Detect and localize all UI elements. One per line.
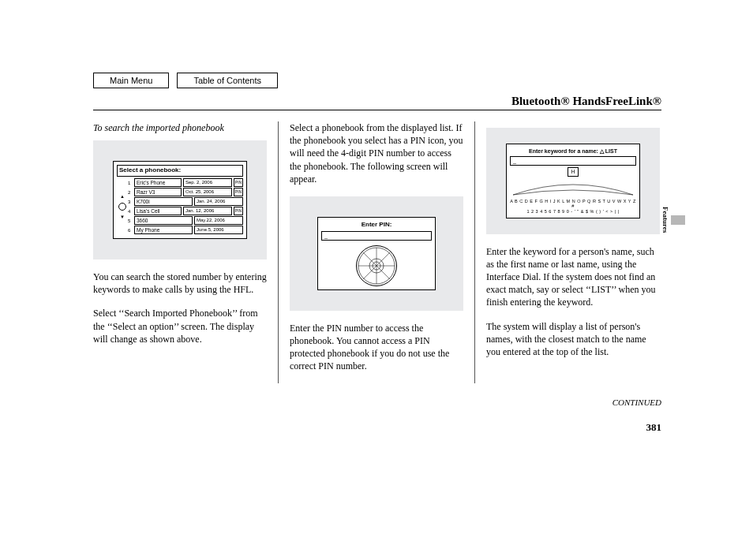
keyword-arc-letters: A B C D E F G H I J K L M N O P Q R S T … [510, 199, 636, 209]
page-title: Bluetooth® HandsFreeLink® [93, 95, 661, 110]
keyword-arc-symbols: 1 2 3 4 5 6 7 8 9 0 - ' " & $ % ( ) ' < … [510, 209, 636, 215]
phonebook-row-name: My Phone [134, 226, 193, 234]
phonebook-row: 1Eric's PhoneSep. 2, 2006PIN [128, 178, 243, 188]
phonebook-row-name: K700i [134, 197, 193, 206]
col3-p1: Enter the keyword for a person's name, s… [486, 245, 660, 309]
col2-screenshot: Enter PIN: _ [290, 196, 463, 311]
phonebook-row-date: Jan. 24, 2006 [194, 197, 243, 206]
phonebook-row-date: June.5, 2006 [194, 226, 243, 234]
page-number: 381 [93, 421, 661, 434]
keyword-arc-icon [510, 179, 636, 196]
section-tab-marker [671, 215, 685, 225]
phonebook-row-date: May.22, 2006 [194, 216, 243, 225]
keyword-label: Enter keyword for a name: △ LIST [510, 147, 636, 155]
pin-dial-icon [356, 245, 397, 286]
pin-field: _ [321, 231, 432, 241]
section-tab-label: Features [661, 207, 669, 233]
toc-button[interactable]: Table of Contents [177, 73, 278, 88]
keyword-field: _ [510, 156, 636, 166]
continued-label: CONTINUED [93, 398, 661, 407]
pin-label: Enter PIN: [321, 221, 432, 230]
column-1: To search the imported phonebook Select … [93, 121, 278, 383]
phonebook-row-num: 3 [128, 199, 134, 205]
phonebook-row: 53660May.22, 2006 [128, 216, 243, 226]
col2-p2: Enter the PIN number to access the phone… [290, 322, 463, 373]
col2-p1: Select a phonebook from the displayed li… [290, 121, 463, 185]
col3-screenshot: Enter keyword for a name: △ LIST _ H A B… [486, 128, 660, 234]
phonebook-heading: Select a phonebook: [117, 165, 243, 177]
phonebook-row-num: 1 [128, 180, 134, 186]
phonebook-row: 3K700iJan. 24, 2006 [128, 197, 243, 207]
column-3: Enter keyword for a name: △ LIST _ H A B… [474, 121, 660, 383]
phonebook-row: 2Razr V3Oct. 25, 2006PIN [128, 188, 243, 197]
phonebook-row-name: Eric's Phone [134, 178, 182, 187]
col1-screenshot: Select a phonebook: ▲ ▼ 1Eric's PhoneSep… [93, 140, 267, 259]
col1-p1: You can search the stored number by ente… [93, 271, 267, 296]
main-menu-button[interactable]: Main Menu [93, 73, 169, 88]
pin-icon: PIN [234, 188, 243, 196]
column-2: Select a phonebook from the displayed li… [278, 121, 474, 383]
phonebook-row-date: Jan. 12, 2006 [183, 207, 232, 215]
keyword-selected-letter: H [568, 167, 579, 177]
return-icon [118, 203, 126, 211]
phonebook-row-name: Lisa's Cell [134, 207, 182, 215]
pin-icon: PIN [234, 178, 243, 187]
phonebook-row-name: Razr V3 [134, 188, 182, 196]
phonebook-row: 4Lisa's CellJan. 12, 2006PIN [128, 207, 243, 216]
phonebook-row-date: Oct. 25, 2006 [183, 188, 232, 196]
phonebook-row-num: 4 [128, 208, 134, 215]
col1-subhead: To search the imported phonebook [93, 121, 267, 134]
scroll-up-icon: ▲ [120, 193, 125, 200]
phonebook-row: 6My PhoneJune.5, 2006 [128, 226, 243, 235]
pin-icon: PIN [234, 207, 243, 215]
scroll-down-icon: ▼ [120, 214, 125, 220]
col3-p2: The system will display a list of person… [486, 320, 660, 359]
col1-p2: Select ‘‘Search Imported Phonebook’’ fro… [93, 307, 267, 345]
phonebook-row-num: 6 [128, 227, 134, 233]
phonebook-row-date: Sep. 2, 2006 [183, 178, 232, 187]
phonebook-row-name: 3660 [134, 216, 193, 225]
phonebook-row-num: 5 [128, 218, 134, 224]
nav-bar: Main Menu Table of Contents [93, 73, 661, 88]
section-tab: Features [661, 207, 685, 233]
phonebook-row-num: 2 [128, 189, 134, 196]
